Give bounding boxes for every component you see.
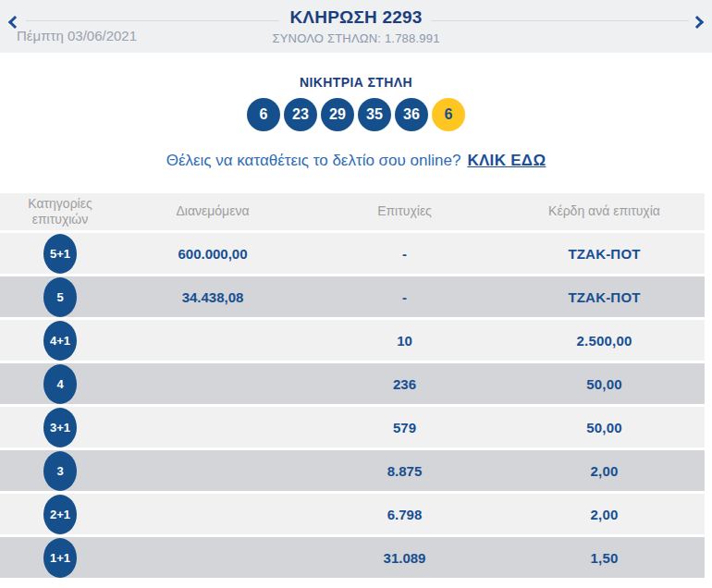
category-cell: 5 [0, 277, 120, 317]
table-row: 5+1 600.000,00 - ΤΖΑΚ-ΠΟΤ [0, 233, 705, 274]
prize-per-winner: 2,00 [504, 507, 705, 522]
winners-count: 236 [305, 376, 504, 392]
prize-per-winner: 2.500,00 [504, 333, 705, 349]
winners-count: 6.798 [305, 507, 504, 522]
table-row: 4+1 10 2.500,00 [0, 320, 705, 361]
category-cell: 4 [0, 364, 120, 404]
table-row: 4 236 50,00 [0, 363, 705, 404]
distributed-amount: 600.000,00 [120, 246, 305, 262]
prize-per-winner: ΤΖΑΚ-ΠΟΤ [504, 246, 705, 262]
category-cell: 4+1 [0, 321, 120, 361]
draw-title-block: ΚΛΗΡΩΣΗ 2293 ΣΥΝΟΛΟ ΣΤΗΛΩΝ: 1.788.991 [0, 7, 712, 45]
table-row: 3 8.875 2,00 [0, 450, 705, 491]
winning-number-ball: 35 [358, 98, 391, 131]
winners-count: 579 [305, 420, 504, 435]
category-cell: 2+1 [0, 495, 120, 534]
prize-per-winner: 50,00 [504, 376, 705, 392]
joker-number-ball: 6 [432, 98, 465, 131]
winners-count: - [305, 246, 504, 262]
table-header-row: Κατηγορίες επιτυχιών Διανεμόμενα Επιτυχί… [0, 193, 705, 230]
tzoker-results-page: Πέμπτη 03/06/2021 ΚΛΗΡΩΣΗ 2293 ΣΥΝΟΛΟ ΣΤ… [0, 0, 712, 578]
winning-number-ball: 23 [284, 98, 317, 131]
winners-count: 8.875 [305, 463, 504, 479]
column-header: Κατηγορίες επιτυχιών [0, 193, 120, 230]
prize-per-winner: ΤΖΑΚ-ΠΟΤ [504, 289, 705, 305]
winners-count: 31.089 [305, 550, 504, 566]
table-row: 5 34.438,08 - ΤΖΑΚ-ΠΟΤ [0, 276, 705, 317]
winning-column-heading: ΝΙΚΗΤΡΙΑ ΣΤΗΛΗ [0, 75, 712, 90]
table-row: 1+1 31.089 1,50 [0, 537, 705, 578]
category-badge: 4+1 [43, 321, 77, 361]
table-row: 3+1 579 50,00 [0, 407, 705, 447]
results-table: Κατηγορίες επιτυχιών Διανεμόμενα Επιτυχί… [0, 193, 705, 578]
column-header: Κέρδη ανά επιτυχία [504, 193, 705, 230]
winning-number-ball: 29 [321, 98, 354, 131]
category-badge: 3 [43, 451, 77, 491]
category-badge: 5+1 [43, 234, 77, 274]
winning-number-ball: 36 [395, 98, 428, 131]
category-badge: 1+1 [43, 538, 77, 578]
category-badge: 4 [43, 364, 77, 404]
category-badge: 3+1 [43, 408, 77, 447]
draw-header: Πέμπτη 03/06/2021 ΚΛΗΡΩΣΗ 2293 ΣΥΝΟΛΟ ΣΤ… [0, 0, 712, 53]
column-header: Διανεμόμενα [120, 193, 305, 230]
page-title: ΚΛΗΡΩΣΗ 2293 [0, 7, 712, 28]
category-cell: 1+1 [0, 538, 120, 578]
winning-number-ball: 6 [247, 98, 280, 131]
prize-per-winner: 50,00 [504, 420, 705, 435]
prize-per-winner: 1,50 [504, 550, 705, 566]
chevron-right-icon [691, 16, 704, 29]
table-body: 5+1 600.000,00 - ΤΖΑΚ-ΠΟΤ 5 34.438,08 - … [0, 233, 705, 578]
category-badge: 5 [43, 277, 77, 317]
winners-count: - [305, 289, 504, 305]
winning-column-section: ΝΙΚΗΤΡΙΑ ΣΤΗΛΗ 6 23 29 35 36 6 [0, 75, 712, 131]
prize-per-winner: 2,00 [504, 463, 705, 479]
columns-total: ΣΥΝΟΛΟ ΣΤΗΛΩΝ: 1.788.991 [0, 31, 712, 45]
winning-numbers-row: 6 23 29 35 36 6 [0, 98, 712, 131]
promo-text: Θέλεις να καταθέτεις το δελτίο σου onlin… [166, 152, 461, 169]
next-draw-button[interactable] [688, 11, 710, 33]
table-row: 2+1 6.798 2,00 [0, 494, 705, 534]
category-badge: 2+1 [43, 495, 77, 534]
category-cell: 3+1 [0, 408, 120, 447]
online-promo: Θέλεις να καταθέτεις το δελτίο σου onlin… [0, 152, 712, 170]
click-here-link[interactable]: ΚΛΙΚ ΕΔΩ [467, 152, 546, 169]
distributed-amount: 34.438,08 [120, 289, 305, 305]
winners-count: 10 [305, 333, 504, 349]
category-cell: 5+1 [0, 234, 120, 274]
category-cell: 3 [0, 451, 120, 491]
column-header: Επιτυχίες [305, 193, 504, 230]
